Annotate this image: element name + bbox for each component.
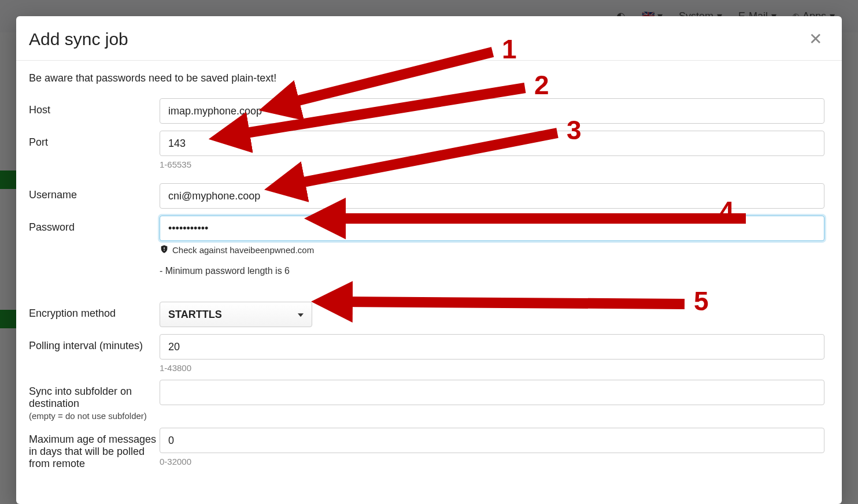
subfolder-input[interactable]: [160, 380, 824, 405]
host-input[interactable]: [160, 98, 824, 124]
port-label: Port: [29, 136, 48, 148]
password-hibp-check[interactable]: Check against haveibeenpwned.com: [160, 244, 824, 255]
subfolder-sublabel: (empty = do not use subfolder): [29, 411, 160, 421]
encryption-label: Encryption method: [29, 307, 116, 319]
modal-body: Be aware that passwords need to be saved…: [16, 61, 842, 504]
username-label: Username: [29, 189, 77, 201]
password-hibp-text: Check against haveibeenpwned.com: [172, 245, 314, 255]
row-host: Host: [29, 98, 824, 124]
password-input[interactable]: [160, 216, 824, 241]
row-port: Port 1-65535: [29, 131, 824, 169]
row-subfolder: Sync into subfolder on destination (empt…: [29, 380, 824, 421]
port-helper: 1-65535: [160, 160, 824, 169]
add-sync-job-modal: Add sync job ✕ Be aware that passwords n…: [16, 16, 842, 504]
shield-icon: [160, 244, 169, 255]
host-label: Host: [29, 104, 50, 116]
modal-header: Add sync job ✕: [16, 16, 842, 61]
row-password: Password Check against haveibeenpwned.co…: [29, 216, 824, 281]
maxage-label: Maximum age of messages in days that wil…: [29, 433, 156, 469]
close-button[interactable]: ✕: [807, 29, 824, 50]
password-min-length: - Minimum password length is 6: [160, 266, 824, 276]
encryption-value: STARTTLS: [168, 309, 222, 320]
subfolder-label: Sync into subfolder on destination: [29, 386, 132, 409]
password-label: Password: [29, 221, 75, 233]
plaintext-warning: Be aware that passwords need to be saved…: [29, 72, 824, 84]
row-username: Username: [29, 183, 824, 209]
username-input[interactable]: [160, 183, 824, 209]
row-polling: Polling interval (minutes) 1-43800: [29, 334, 824, 373]
maxage-input[interactable]: [160, 428, 824, 453]
row-encryption: Encryption method STARTTLS: [29, 302, 824, 327]
maxage-helper: 0-32000: [160, 457, 824, 466]
polling-label: Polling interval (minutes): [29, 340, 143, 351]
row-maxage: Maximum age of messages in days that wil…: [29, 428, 824, 470]
encryption-select[interactable]: STARTTLS: [160, 302, 312, 327]
polling-input[interactable]: [160, 334, 824, 360]
port-input[interactable]: [160, 131, 824, 156]
modal-title: Add sync job: [29, 29, 128, 49]
polling-helper: 1-43800: [160, 363, 824, 373]
close-icon: ✕: [809, 30, 822, 48]
